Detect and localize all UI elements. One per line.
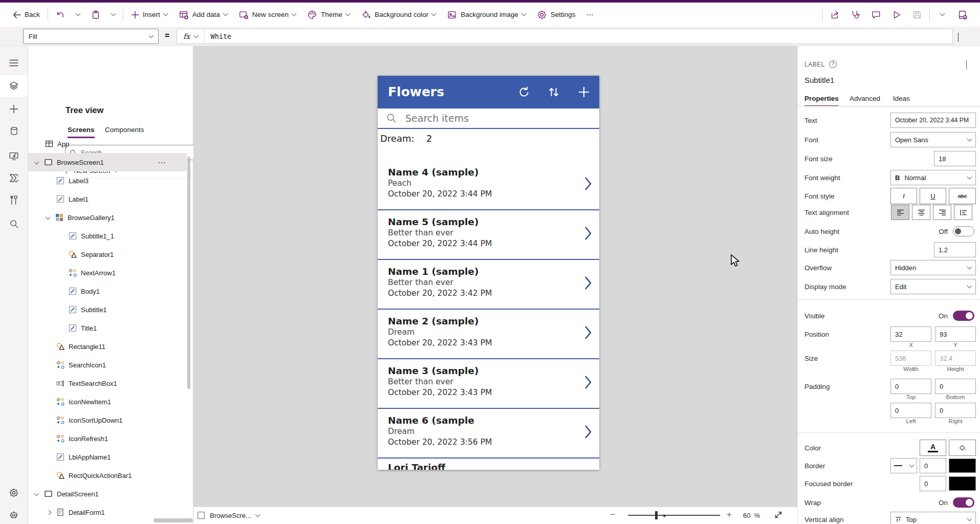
app-preview-screen[interactable]: Flowers Search items Dream: 2 Name 4 (sa… (378, 76, 599, 470)
padding-right-input[interactable]: 0 (935, 403, 976, 418)
text-value-input[interactable]: October 20, 2022 3:44 PM (890, 113, 976, 128)
tree-item-subtitle1_1[interactable]: Subtitle1_1 (28, 227, 187, 245)
zoom-slider-handle[interactable] (655, 511, 658, 519)
undo-button[interactable] (50, 6, 71, 24)
line-height-input[interactable]: 1.2 (934, 242, 976, 257)
gallery-item[interactable]: Name 6 (sample Dream October 20, 2022 3:… (378, 409, 599, 458)
app-search-box[interactable]: Search items (378, 108, 599, 129)
tab-ideas[interactable]: Ideas (893, 95, 910, 102)
tree-item-textsearchbox1[interactable]: TextSearchBox1 (28, 374, 187, 392)
rail-tree-view-button[interactable] (0, 75, 28, 97)
tree-item-iconrefresh1[interactable]: IconRefresh1 (28, 429, 187, 448)
gallery-item[interactable]: Name 3 (sample) Better than ever October… (378, 359, 599, 409)
tree-item-searchicon1[interactable]: SearchIcon1 (28, 356, 187, 374)
background-image-menu[interactable]: Background image (441, 6, 531, 24)
tree-item-label3[interactable]: Label3 (28, 171, 187, 190)
next-arrow-icon[interactable] (583, 423, 593, 441)
hamburger-menu-button[interactable] (0, 52, 28, 74)
formula-bar-expand-chevron[interactable] (958, 33, 959, 42)
next-arrow-icon[interactable] (583, 274, 593, 292)
padding-left-input[interactable]: 0 (890, 403, 931, 418)
comments-button[interactable] (866, 6, 886, 24)
next-arrow-icon[interactable] (583, 374, 593, 391)
add-item-icon[interactable] (577, 85, 591, 99)
save-options-chevron[interactable] (932, 6, 952, 24)
tree-item-body1[interactable]: Body1 (28, 282, 187, 300)
rail-insert-button[interactable] (0, 98, 28, 120)
refresh-icon[interactable] (517, 85, 531, 99)
italic-button[interactable]: I (890, 188, 917, 204)
font-color-button[interactable]: A (920, 440, 946, 456)
tree-item-browsegallery1[interactable]: BrowseGallery1 (28, 208, 187, 227)
fx-selector[interactable]: fx (177, 29, 205, 43)
tree-panel-vscroll[interactable] (187, 157, 190, 389)
zoom-slider-track[interactable] (628, 515, 720, 516)
position-x-input[interactable]: 32 (890, 326, 931, 342)
tab-components[interactable]: Components (105, 126, 144, 134)
sort-updown-icon[interactable] (547, 85, 561, 99)
tree-item-title1[interactable]: Title1 (28, 319, 187, 337)
tree-item-browsescreen1[interactable]: BrowseScreen1··· (28, 153, 187, 171)
border-width-input[interactable]: 0 (920, 458, 946, 473)
align-center-button[interactable] (912, 205, 930, 220)
paste-button[interactable] (85, 6, 106, 24)
next-arrow-icon[interactable] (583, 225, 593, 242)
font-size-input[interactable]: 18 (934, 151, 976, 166)
size-width-input[interactable]: 536 (890, 351, 931, 366)
tree-item-label1[interactable]: Label1 (28, 190, 187, 208)
padding-bottom-input[interactable]: 0 (935, 379, 976, 394)
vertical-align-dropdown[interactable]: Top (890, 512, 976, 524)
undo-menu-chevron[interactable] (71, 6, 85, 24)
tree-item-app[interactable]: App (28, 135, 187, 153)
help-icon[interactable]: ? (829, 60, 837, 68)
visible-toggle[interactable] (953, 311, 974, 321)
tree-item-separator1[interactable]: Separator1 (28, 245, 187, 264)
size-height-input[interactable]: 32.4 (935, 351, 976, 366)
tree-item-subtitle1[interactable]: Subtitle1 (28, 300, 187, 319)
paste-menu-chevron[interactable] (106, 6, 121, 24)
zoom-in-button[interactable]: + (727, 510, 732, 520)
preview-app-button[interactable] (886, 6, 907, 24)
rail-advanced-tools-button[interactable] (0, 189, 28, 211)
underline-button[interactable]: U (920, 188, 946, 204)
tree-item-lblappname1[interactable]: LblAppName1 (28, 448, 187, 466)
align-justify-button[interactable] (954, 205, 972, 220)
formula-input-area[interactable]: fx White (177, 29, 953, 44)
background-color-menu[interactable]: Background color (355, 6, 441, 24)
gallery-item[interactable]: Name 2 (sample) Dream October 20, 2022 3… (378, 310, 599, 359)
padding-top-input[interactable]: 0 (890, 379, 931, 394)
publish-button[interactable] (952, 6, 973, 24)
item-more-button[interactable]: ··· (158, 159, 166, 166)
settings-button[interactable]: Settings (531, 6, 581, 24)
font-weight-dropdown[interactable]: BNormal (890, 170, 976, 185)
rail-power-automate-button[interactable] (0, 167, 28, 189)
font-dropdown[interactable]: Open Sans (890, 132, 976, 147)
position-y-input[interactable]: 93 (935, 326, 976, 342)
focused-border-width-input[interactable]: 0 (920, 476, 946, 491)
tree-item-iconnewitem1[interactable]: IconNewItem1 (28, 392, 187, 411)
auto-height-toggle[interactable] (953, 226, 974, 236)
insert-menu[interactable]: Insert (125, 6, 173, 24)
screen-selector[interactable]: BrowseScre... (197, 510, 259, 520)
rail-virtual-agent-button[interactable] (0, 504, 28, 524)
rail-settings-button[interactable] (0, 482, 28, 504)
focused-border-color-swatch[interactable] (949, 476, 976, 491)
fit-to-window-icon[interactable] (774, 510, 783, 519)
more-commands-button[interactable]: ··· (581, 6, 600, 24)
share-button[interactable] (825, 6, 845, 24)
border-style-dropdown[interactable] (890, 458, 917, 473)
next-arrow-icon[interactable] (583, 324, 593, 341)
rail-search-button[interactable] (0, 213, 28, 234)
tree-item-rectangle11[interactable]: Rectangle11 (28, 337, 187, 356)
save-button[interactable] (907, 6, 927, 24)
gallery-item[interactable]: Name 5 (sample) Better than ever October… (378, 210, 599, 260)
tree-panel-hscroll[interactable] (154, 518, 193, 522)
tree-item-detailscreen1[interactable]: DetailScreen1 (28, 485, 187, 503)
fill-color-button[interactable] (949, 440, 976, 456)
theme-menu[interactable]: Theme (301, 6, 355, 24)
display-mode-dropdown[interactable]: Edit (890, 279, 976, 294)
gallery-item[interactable]: Name 1 (sample) Better than ever October… (378, 260, 599, 310)
tree-item-iconsortupdown1[interactable]: IconSortUpDown1 (28, 411, 187, 429)
strikethrough-button[interactable]: abc (949, 188, 976, 204)
add-data-menu[interactable]: Add data (173, 6, 233, 24)
